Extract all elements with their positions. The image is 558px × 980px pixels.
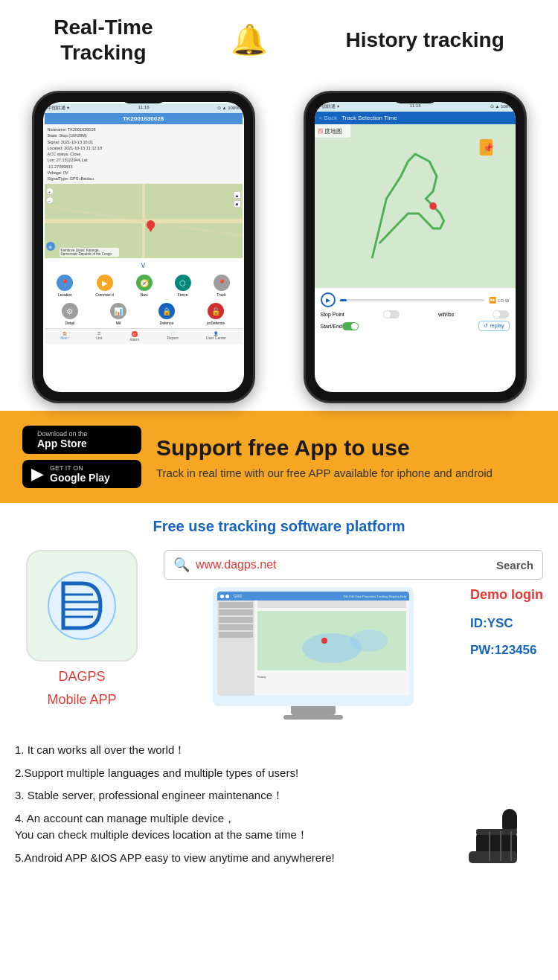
bottom-report[interactable]: 📄Report: [167, 331, 179, 342]
svg-text:百: 百: [317, 128, 323, 135]
grs-sidebar: [217, 601, 254, 696]
nav-defence-icon: 🔒: [158, 303, 175, 319]
stop-point-toggle-knob: [384, 311, 391, 318]
platform-section: Free use tracking software platform DAGP…: [0, 503, 558, 734]
svg-text:度地图: 度地图: [324, 128, 342, 135]
nav-detail[interactable]: ⚙ Detail: [62, 303, 78, 325]
left-status-bar: 中国联通 ✦ 11:16 ⊙ ▲ 100%: [45, 103, 243, 113]
app-store-sub-text: Track in real time with our free APP ava…: [156, 467, 536, 479]
nav-command-icon: ▶: [97, 275, 113, 291]
dagps-label: DAGPS: [58, 669, 105, 685]
bottom-list[interactable]: ☰List: [96, 331, 102, 342]
search-url-input[interactable]: [196, 558, 496, 571]
nav-fence-label: Fence: [178, 292, 188, 297]
monitor-wrapper: GRS File Edit View Properties Tracking R…: [164, 587, 463, 720]
back-button[interactable]: < Back: [319, 115, 338, 121]
thumbs-up-icon: [454, 742, 543, 872]
feature-item-3: 3. Stable server, professional engineer …: [15, 787, 439, 804]
grs-main: Ready: [254, 601, 409, 696]
nav-fence-icon: ⬡: [175, 275, 191, 291]
left-nav-icons-row1: 📍 Location ▶ Comman d 🧭 Navi ⬡ Fence: [45, 272, 243, 300]
right-status-left: 中国联通 ✦: [318, 103, 341, 110]
replay-button[interactable]: ↺ replay: [478, 321, 509, 331]
bell-icon: 🔔: [231, 22, 268, 57]
nav-location-label: Location: [58, 292, 72, 297]
bottom-main[interactable]: 🏠Main: [60, 331, 68, 342]
search-button[interactable]: Search: [496, 559, 533, 571]
nav-navi-icon: 🧭: [136, 275, 153, 291]
app-store-large-text: App Store: [37, 438, 88, 449]
grs-body: Ready: [217, 601, 409, 696]
progress-bar: [340, 299, 485, 301]
info-voltage: Voltage: 0V: [48, 170, 240, 176]
demo-login-id: ID:YSC: [470, 616, 543, 631]
grs-menu: File Edit View Properties Tracking Repor…: [344, 595, 406, 598]
right-phone-screen: 中国联通 ✦ 11:16 ⊙ ▲ 100% < Back Track Selec…: [315, 102, 516, 392]
info-acc: ACC status: Close: [48, 151, 240, 157]
grs-toolbar: [257, 601, 406, 608]
nav-location[interactable]: 📍 Location: [57, 275, 73, 297]
map-location-text: Kambove Likasi, Katanga, Democratic Repu…: [60, 248, 119, 257]
grs-status: Ready: [254, 673, 409, 680]
nav-detail-icon: ⚙: [62, 303, 78, 319]
google-play-button[interactable]: ▶ GET IT ON Google Play: [22, 460, 141, 488]
bottom-user-center[interactable]: 👤User Center: [206, 331, 226, 342]
search-bar: 🔍 Search: [164, 550, 543, 580]
playback-row: ▶ ⏩ LO W: [321, 292, 510, 307]
svg-point-10: [429, 202, 437, 210]
nav-defence[interactable]: 🔒 Defence: [158, 303, 175, 325]
play-button[interactable]: ▶: [321, 292, 336, 307]
nav-command-label: Comman d: [95, 292, 113, 297]
wifi-lbs-toggle[interactable]: [493, 310, 509, 318]
nav-location-icon: 📍: [57, 275, 73, 291]
right-status-right: ⊙ ▲ 100%: [490, 103, 513, 110]
left-status-time: 11:16: [138, 105, 150, 112]
left-phone-content: 中国联通 ✦ 11:16 ⊙ ▲ 100% TK2001630028 Nickn…: [43, 102, 244, 345]
grs-title: GRS: [234, 594, 242, 598]
nav-navi-label: Navi: [141, 292, 148, 297]
bottom-alarm[interactable]: 47 Alarm: [129, 331, 139, 342]
info-state: State: Stop (16H28M): [48, 132, 240, 138]
info-nickname: Nickname: TK2001630028: [48, 126, 240, 132]
feature-item-5: 5.Android APP &IOS APP easy to view anyt…: [15, 850, 439, 867]
info-signal-type: SignalType: GPS+Beidou: [48, 176, 240, 182]
grs-header: GRS File Edit View Properties Tracking R…: [217, 592, 409, 601]
monitor-base: [283, 715, 343, 720]
nav-track[interactable]: 📍 Track: [214, 275, 230, 297]
nav-undefence[interactable]: 🔓 unDefence: [207, 303, 225, 325]
nav-track-icon: 📍: [214, 275, 230, 291]
nav-mil[interactable]: 📊 Mil: [110, 303, 126, 325]
app-logo: [26, 550, 138, 662]
monitor-stand: [291, 706, 336, 715]
nav-mil-label: Mil: [116, 321, 121, 325]
features-list: 1. It can works all over the world！ 2.Su…: [15, 742, 439, 872]
stop-point-toggle[interactable]: [383, 310, 400, 318]
top-section: Real-Time Tracking 🔔 History tracking: [0, 0, 558, 83]
nav-defence-label: Defence: [160, 321, 174, 325]
demo-login-block: Demo login ID:YSC PW:123456: [470, 587, 543, 658]
grs-sidebar-item-5: [219, 632, 253, 638]
alarm-badge: 47: [132, 331, 138, 337]
left-phone-map: ▲ ▼ + − ⊕ Kambove Likasi, Katanga, Democ…: [45, 184, 243, 258]
info-signal: Signal: 2021-10-13 16:01: [48, 139, 240, 145]
info-located: Located: 2021-10-13 11:12:18: [48, 145, 240, 151]
grs-dot-2: [225, 595, 229, 598]
start-end-toggle[interactable]: [342, 322, 359, 330]
nav-undefence-label: unDefence: [207, 321, 225, 325]
app-store-button[interactable]: Download on the App Store: [22, 426, 141, 454]
info-lon: Lon: 27.13122944,Lat:: [48, 157, 240, 163]
demo-login-pw: PW:123456: [470, 643, 543, 658]
grs-dot-1: [220, 595, 224, 598]
nav-command[interactable]: ▶ Comman d: [95, 275, 113, 297]
feature-item-1: 1. It can works all over the world！: [15, 742, 439, 759]
nav-undefence-icon: 🔓: [208, 303, 224, 319]
nav-fence[interactable]: ⬡ Fence: [175, 275, 191, 297]
search-icon: 🔍: [173, 557, 190, 573]
left-phone-notch: [121, 93, 166, 103]
left-status-left: 中国联通 ✦: [48, 105, 71, 112]
right-phone-header: < Back Track Selection Time: [315, 112, 516, 124]
start-end-row: Start/End ↺ replay: [321, 321, 510, 331]
nav-navi[interactable]: 🧭 Navi: [136, 275, 153, 297]
grs-sidebar-item-1: [219, 602, 253, 608]
left-phone-header: TK2001630028: [45, 113, 243, 124]
